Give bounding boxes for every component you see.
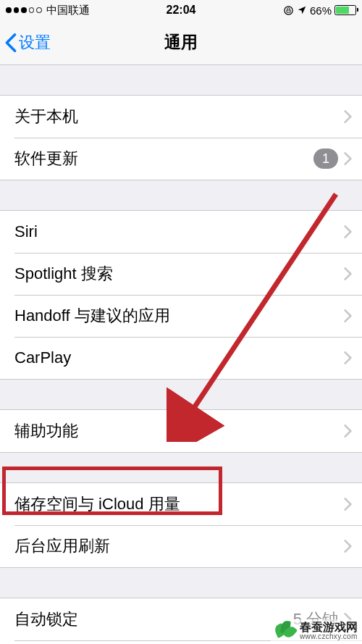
cell-label: 关于本机: [14, 106, 344, 127]
nav-bar: 设置 通用: [0, 20, 362, 65]
cell-label: 软件更新: [14, 148, 313, 170]
carrier-label: 中国联通: [46, 4, 90, 17]
cell-handoff[interactable]: Handoff 与建议的应用: [0, 295, 362, 337]
cell-accessibility[interactable]: 辅助功能: [0, 410, 362, 452]
update-badge: 1: [313, 149, 338, 169]
chevron-right-icon: [344, 498, 352, 511]
settings-group: 关于本机 软件更新 1: [0, 95, 362, 180]
status-bar: 中国联通 22:04 66%: [0, 0, 362, 20]
cell-software-update[interactable]: 软件更新 1: [0, 138, 362, 180]
chevron-right-icon: [344, 152, 352, 165]
chevron-right-icon: [344, 309, 352, 322]
page-title: 通用: [164, 31, 198, 54]
cell-spotlight[interactable]: Spotlight 搜索: [0, 253, 362, 295]
battery-percent-label: 66%: [310, 4, 332, 17]
watermark-url: www.czchxy.com: [300, 633, 358, 640]
battery-icon: [334, 5, 356, 15]
chevron-right-icon: [344, 267, 352, 280]
location-icon: [297, 5, 307, 15]
cell-carplay[interactable]: CarPlay: [0, 337, 362, 379]
watermark-name: 春蚕游戏网: [300, 622, 358, 633]
orientation-lock-icon: [283, 5, 294, 16]
cell-about[interactable]: 关于本机: [0, 96, 362, 138]
cell-label: 储存空间与 iCloud 用量: [14, 493, 344, 515]
watermark: 春蚕游戏网 www.czchxy.com: [271, 619, 362, 643]
cell-label: 自动锁定: [14, 609, 293, 630]
cell-label: Spotlight 搜索: [14, 263, 344, 285]
watermark-logo-icon: [275, 621, 295, 641]
status-right: 66%: [283, 4, 356, 17]
chevron-right-icon: [344, 225, 352, 238]
status-left: 中国联通: [6, 4, 90, 17]
chevron-left-icon: [4, 33, 17, 53]
settings-group: 辅助功能: [0, 409, 362, 453]
cell-storage-icloud[interactable]: 储存空间与 iCloud 用量: [0, 483, 362, 525]
cell-label: 后台应用刷新: [14, 535, 344, 557]
back-button[interactable]: 设置: [4, 32, 51, 54]
cell-label: 辅助功能: [14, 420, 344, 442]
signal-strength-icon: [6, 7, 42, 13]
settings-group: 储存空间与 iCloud 用量 后台应用刷新: [0, 482, 362, 568]
cell-background-refresh[interactable]: 后台应用刷新: [0, 525, 362, 567]
cell-siri[interactable]: Siri: [0, 211, 362, 253]
back-label: 设置: [19, 32, 51, 54]
cell-label: CarPlay: [14, 348, 344, 367]
chevron-right-icon: [344, 425, 352, 438]
settings-group: Siri Spotlight 搜索 Handoff 与建议的应用 CarPlay: [0, 210, 362, 380]
cell-label: Handoff 与建议的应用: [14, 305, 344, 327]
chevron-right-icon: [344, 110, 352, 123]
chevron-right-icon: [344, 540, 352, 553]
clock-label: 22:04: [167, 4, 196, 17]
cell-label: Siri: [14, 222, 344, 241]
chevron-right-icon: [344, 351, 352, 364]
